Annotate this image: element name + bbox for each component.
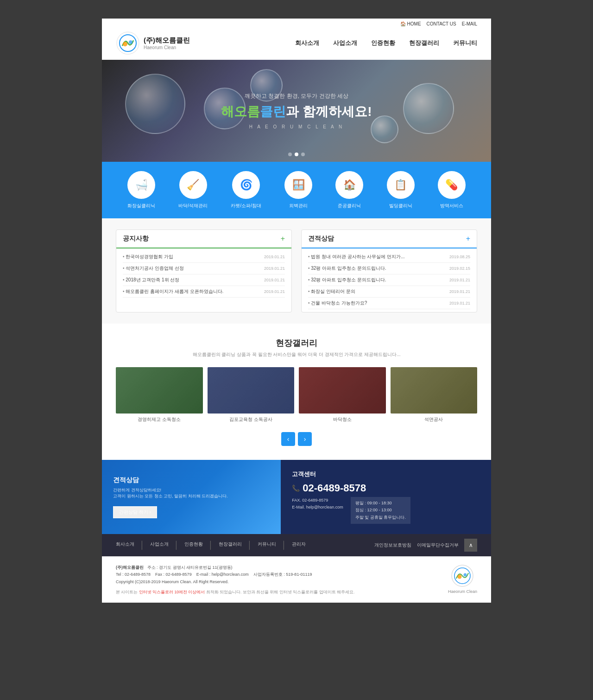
gallery-img-3 [391,367,478,414]
footer-link-3[interactable]: 현장갤러리 [219,541,242,549]
notice-text-3: 해오름클린 홈페이지가 새롭게 오픈하였습니다. [123,288,260,295]
footer-logo-text: Haeorum Clean [448,589,477,594]
gallery-label-2: 바닥청소 [333,416,352,423]
gallery-item-3[interactable]: 석면공사 [391,367,478,423]
service-pest-label: 방역서비스 [440,203,463,209]
dot-3[interactable] [301,153,305,156]
nav-business[interactable]: 사업소개 [333,39,357,47]
service-completion[interactable]: 🏠 준공클리닉 [335,171,363,209]
gallery-item-0[interactable]: 경영히제고 소독청소 [116,367,203,423]
main-nav: 회사소개 사업소개 인증현황 현장갤러리 커뮤니티 [295,39,477,47]
customer-phone-row: 📞 02-6489-8578 [292,482,480,494]
footer-link-1[interactable]: 사업소개 [150,541,169,549]
service-completion-label: 준공클리닉 [338,203,361,209]
service-bar: 🛁 화장실클리닉 🧹 바닥/석재관리 🌀 카펫/소파/침대 🪟 외벽관리 🏠 준… [102,162,491,218]
service-floor[interactable]: 🧹 바닥/석재관리 [178,171,208,209]
logo-text-block: (주)해오름클린 Haeorum Clean [144,36,190,50]
logo-icon [116,31,140,55]
footer-link-5[interactable]: 관리자 [292,541,306,549]
nav-community[interactable]: 커뮤니티 [453,39,477,47]
hero-blue: 클린 [260,104,286,119]
footer-company-info: (주)해오름클린 주소 : 경기도 광명시 새티유로번길 11(광명동) Tel… [116,564,354,585]
gallery-title: 현장갤러리 [116,337,477,349]
dot-1[interactable] [288,153,292,156]
customer-area: 고객센터 📞 02-6489-8578 FAX. 02-6489-8579 E-… [281,460,491,534]
bubble-5 [371,115,398,143]
nav-company[interactable]: 회사소개 [295,39,319,47]
consult-row-0[interactable]: 법원 청내 여러관 공사하는 사무실에 먼지가... 2019.08.25 [308,251,470,263]
nav-cert[interactable]: 인증현황 [371,39,395,47]
service-bathroom[interactable]: 🛁 화장실클리닉 [127,171,155,209]
gallery-desc: 해오름클린의 클리닝 상품과 꼭 필요한 서비스만을 뭐어 더욱 더 경제적인 … [116,351,477,358]
service-bathroom-label: 화장실클리닉 [127,203,155,209]
gallery-grid: 경영히제고 소독청소 김포교육청 소독공사 바닥청소 석면공사 [116,367,477,423]
notice-box: 공지사항 + 한국여성경영협회 가입 2019.01.21 석면처기공사 인증업… [116,229,292,312]
service-bathroom-icon: 🛁 [127,171,155,199]
notice-row-3[interactable]: 해오름클린 홈페이지가 새롭게 오픈하였습니다. 2019.01.21 [123,286,285,298]
hero-text: 깨끗하고 청결한 환경, 모두가 건강한 세상 해오름클린과 함께하세요! H … [221,92,372,129]
service-exterior[interactable]: 🪟 외벽관리 [284,171,312,209]
footer-email-deny[interactable]: 이메일무단수집거부 [417,542,459,548]
footer-privacy[interactable]: 개인정보보호방침 [374,542,411,548]
consult-row-4[interactable]: 건물 바닥청소 가능한가요? 2019.01.21 [308,298,470,309]
phone-icon: 📞 [292,484,300,492]
service-building[interactable]: 📋 빌딩클리닉 [387,171,415,209]
service-carpet[interactable]: 🌀 카펫/소파/침대 [231,171,261,209]
gallery-label-0: 경영히제고 소독청소 [138,416,181,423]
home-link[interactable]: 🏠 HOME [400,21,421,26]
service-pest[interactable]: 💊 방역서비스 [438,171,466,209]
service-building-label: 빌딩클리닉 [389,203,412,209]
gallery-img-1 [208,367,295,414]
consult-text-1: 32평 아파트 입주청소 문의드립니다. [308,265,446,272]
phone-number: 02-6489-8578 [303,482,366,494]
consult-plus[interactable]: + [466,235,470,243]
service-completion-icon: 🏠 [335,171,363,199]
service-carpet-label: 카펫/소파/침대 [231,203,261,209]
consult-list: 법원 청내 여러관 공사하는 사무실에 먼지가... 2019.08.25 32… [302,248,477,312]
contact-link[interactable]: CONTACT US [427,21,456,26]
service-exterior-icon: 🪟 [284,171,312,199]
gallery-label-1: 김포교육청 소독공사 [229,416,272,423]
footer-link-4[interactable]: 커뮤니티 [258,541,276,549]
dot-2[interactable] [295,153,298,156]
top-bar: 🏠 HOME CONTACT US E-MAIL [116,19,477,27]
home-icon: 🏠 [400,21,406,26]
consult-row-3[interactable]: 화장실 인테리어 문의 2019.01.21 [308,286,470,298]
footer-address: 주소 : 경기도 광명시 새티유로번길 11(광명동) [147,565,233,570]
consult-row-2[interactable]: 32평 아파트 입주청소 문의드립니다. 2019.01.21 [308,274,470,286]
gallery-img-2 [299,367,386,414]
consult-title: 견적상담 [308,235,334,243]
footer-link-2[interactable]: 인증현황 [184,541,203,549]
footer-nav: 회사소개 │ 사업소개 │ 인증현황 │ 현장갤러리 │ 커뮤니티 │ 관리자 … [102,534,491,556]
consult-row-1[interactable]: 32평 아파트 입주청소 문의드립니다. 2019.02.15 [308,263,470,274]
footer-notice: 본 사이트는 인터넷 익스플로러 10에전 이상에서 최적화 되었습니다. 보안… [116,589,354,596]
svg-point-6 [458,575,462,579]
customer-hours: 평일 : 09:00 - 18:30점심 : 12:00 - 13:00주말 및… [351,497,410,524]
consult-text-4: 건물 바닥청소 가능한가요? [308,300,446,306]
scroll-top-button[interactable]: ∧ [464,539,477,552]
notice-text-1: 석면처기공사 인증업체 선정 [123,265,260,272]
gallery-item-1[interactable]: 김포교육청 소독공사 [208,367,295,423]
notice-plus[interactable]: + [281,235,285,243]
gallery-item-2[interactable]: 바닥청소 [299,367,386,423]
notice-date-3: 2019.01.21 [264,289,285,294]
email-link[interactable]: E-MAIL [462,21,477,26]
gallery-next-button[interactable]: › [298,432,312,446]
hero-main: 해오름클린과 함께하세요! [221,103,372,121]
logo-area: (주)해오름클린 Haeorum Clean [116,31,190,55]
logo-english: Haeorum Clean [144,45,190,50]
notice-row-1[interactable]: 석면처기공사 인증업체 선정 2019.01.21 [123,263,285,274]
notice-title: 공지사항 [123,235,149,243]
gallery-prev-button[interactable]: ‹ [281,432,295,446]
consult-btn[interactable]: 간편상담 하기 › [113,506,157,518]
notice-row-2[interactable]: 2018년 고객만족 1위 선정 2019.01.21 [123,274,285,286]
customer-fax: FAX. 02-6489-8579 [292,497,343,504]
footer-notice-highlight: 인터넷 익스플로러 10에전 이상에서 [139,590,205,594]
footer-link-0[interactable]: 회사소개 [116,541,134,549]
nav-gallery[interactable]: 현장갤러리 [409,39,439,47]
notice-row-0[interactable]: 한국여성경영협회 가입 2019.01.21 [123,251,285,263]
service-floor-label: 바닥/석재관리 [178,203,208,209]
page-wrapper: 🏠 HOME CONTACT US E-MAIL (주)해오름클린 Haeoru… [102,19,491,603]
hero-banner: 깨끗하고 청결한 환경, 모두가 건강한 세상 해오름클린과 함께하세요! H … [102,60,491,162]
hero-white: 과 함께하세요! [286,104,372,119]
